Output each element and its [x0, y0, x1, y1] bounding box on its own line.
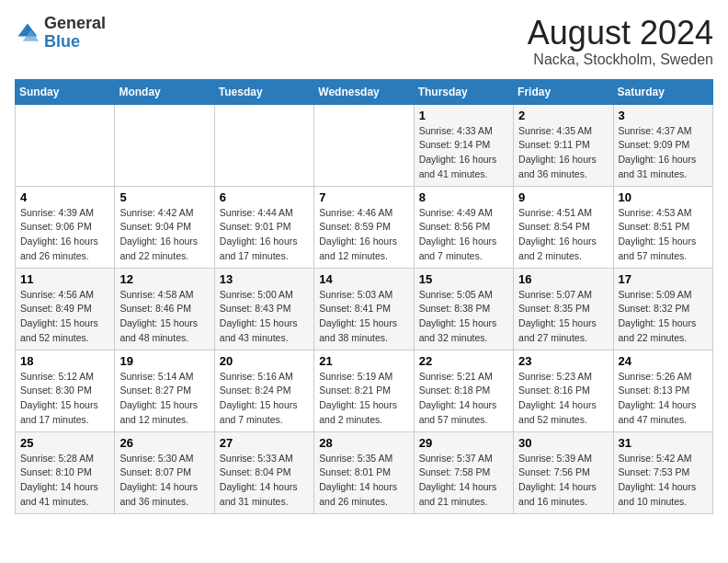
day-info: Sunrise: 4:49 AMSunset: 8:56 PMDaylight:…	[419, 206, 508, 264]
calendar-cell: 9Sunrise: 4:51 AMSunset: 8:54 PMDaylight…	[514, 186, 613, 268]
calendar-cell: 30Sunrise: 5:39 AMSunset: 7:56 PMDayligh…	[514, 431, 613, 513]
calendar-cell: 31Sunrise: 5:42 AMSunset: 7:53 PMDayligh…	[613, 431, 712, 513]
day-info: Sunrise: 5:00 AMSunset: 8:43 PMDaylight:…	[220, 288, 309, 346]
calendar-cell: 5Sunrise: 4:42 AMSunset: 9:04 PMDaylight…	[115, 186, 214, 268]
calendar-cell	[16, 104, 115, 186]
day-info: Sunrise: 5:09 AMSunset: 8:32 PMDaylight:…	[619, 288, 708, 346]
day-info: Sunrise: 5:23 AMSunset: 8:16 PMDaylight:…	[518, 370, 608, 428]
calendar-cell: 18Sunrise: 5:12 AMSunset: 8:30 PMDayligh…	[16, 350, 115, 431]
day-number: 26	[119, 436, 209, 450]
day-info: Sunrise: 5:35 AMSunset: 8:01 PMDaylight:…	[319, 452, 408, 510]
day-info: Sunrise: 5:42 AMSunset: 7:53 PMDaylight:…	[619, 452, 708, 510]
weekday-header-sunday: Sunday	[16, 79, 115, 104]
week-row-3: 11Sunrise: 4:56 AMSunset: 8:49 PMDayligh…	[16, 268, 713, 350]
day-info: Sunrise: 4:35 AMSunset: 9:11 PMDaylight:…	[518, 124, 608, 182]
day-number: 27	[220, 436, 309, 450]
day-info: Sunrise: 5:28 AMSunset: 8:10 PMDaylight:…	[20, 452, 109, 510]
calendar-cell: 28Sunrise: 5:35 AMSunset: 8:01 PMDayligh…	[314, 431, 414, 513]
day-number: 22	[419, 354, 508, 368]
day-number: 6	[220, 190, 309, 204]
day-info: Sunrise: 5:33 AMSunset: 8:04 PMDaylight:…	[220, 452, 309, 510]
day-info: Sunrise: 4:44 AMSunset: 9:01 PMDaylight:…	[220, 206, 309, 264]
day-number: 20	[220, 354, 309, 368]
day-info: Sunrise: 4:53 AMSunset: 8:51 PMDaylight:…	[619, 206, 708, 264]
calendar-table: SundayMondayTuesdayWednesdayThursdayFrid…	[15, 79, 713, 514]
weekday-header-thursday: Thursday	[414, 79, 513, 104]
day-info: Sunrise: 5:37 AMSunset: 7:58 PMDaylight:…	[419, 452, 508, 510]
calendar-cell: 11Sunrise: 4:56 AMSunset: 8:49 PMDayligh…	[16, 268, 115, 350]
week-row-4: 18Sunrise: 5:12 AMSunset: 8:30 PMDayligh…	[16, 350, 713, 431]
calendar-cell: 14Sunrise: 5:03 AMSunset: 8:41 PMDayligh…	[314, 268, 414, 350]
calendar-cell: 29Sunrise: 5:37 AMSunset: 7:58 PMDayligh…	[414, 431, 513, 513]
day-info: Sunrise: 4:46 AMSunset: 8:59 PMDaylight:…	[319, 206, 408, 264]
calendar-cell: 7Sunrise: 4:46 AMSunset: 8:59 PMDaylight…	[314, 186, 414, 268]
day-info: Sunrise: 5:19 AMSunset: 8:21 PMDaylight:…	[319, 370, 408, 428]
day-number: 7	[319, 190, 408, 204]
calendar-cell: 16Sunrise: 5:07 AMSunset: 8:35 PMDayligh…	[514, 268, 613, 350]
day-info: Sunrise: 4:33 AMSunset: 9:14 PMDaylight:…	[419, 124, 508, 182]
calendar-cell: 24Sunrise: 5:26 AMSunset: 8:13 PMDayligh…	[613, 350, 712, 431]
day-info: Sunrise: 5:12 AMSunset: 8:30 PMDaylight:…	[20, 370, 109, 428]
weekday-header-tuesday: Tuesday	[214, 79, 313, 104]
calendar-cell: 19Sunrise: 5:14 AMSunset: 8:27 PMDayligh…	[115, 350, 214, 431]
day-number: 1	[419, 109, 508, 122]
weekday-header-monday: Monday	[115, 79, 214, 104]
calendar-cell: 1Sunrise: 4:33 AMSunset: 9:14 PMDaylight…	[414, 104, 513, 186]
calendar-cell: 6Sunrise: 4:44 AMSunset: 9:01 PMDaylight…	[214, 186, 313, 268]
calendar-cell: 15Sunrise: 5:05 AMSunset: 8:38 PMDayligh…	[414, 268, 513, 350]
day-number: 8	[419, 190, 508, 204]
calendar-cell: 13Sunrise: 5:00 AMSunset: 8:43 PMDayligh…	[214, 268, 313, 350]
day-number: 24	[619, 354, 708, 368]
day-number: 10	[619, 190, 708, 204]
calendar-cell: 26Sunrise: 5:30 AMSunset: 8:07 PMDayligh…	[115, 431, 214, 513]
day-info: Sunrise: 4:51 AMSunset: 8:54 PMDaylight:…	[518, 206, 608, 264]
calendar-cell: 25Sunrise: 5:28 AMSunset: 8:10 PMDayligh…	[16, 431, 115, 513]
day-number: 21	[319, 354, 408, 368]
weekday-header-saturday: Saturday	[613, 79, 712, 104]
day-info: Sunrise: 5:07 AMSunset: 8:35 PMDaylight:…	[518, 288, 608, 346]
day-number: 12	[119, 272, 209, 286]
day-number: 15	[419, 272, 508, 286]
day-info: Sunrise: 5:39 AMSunset: 7:56 PMDaylight:…	[518, 452, 608, 510]
day-number: 25	[20, 436, 109, 450]
calendar-cell: 17Sunrise: 5:09 AMSunset: 8:32 PMDayligh…	[613, 268, 712, 350]
weekday-header-wednesday: Wednesday	[314, 79, 414, 104]
calendar-cell: 23Sunrise: 5:23 AMSunset: 8:16 PMDayligh…	[514, 350, 613, 431]
day-number: 3	[619, 109, 708, 122]
day-info: Sunrise: 5:26 AMSunset: 8:13 PMDaylight:…	[619, 370, 708, 428]
day-info: Sunrise: 5:16 AMSunset: 8:24 PMDaylight:…	[220, 370, 309, 428]
calendar-cell	[214, 104, 313, 186]
week-row-1: 1Sunrise: 4:33 AMSunset: 9:14 PMDaylight…	[16, 104, 713, 186]
calendar-cell: 10Sunrise: 4:53 AMSunset: 8:51 PMDayligh…	[613, 186, 712, 268]
day-number: 28	[319, 436, 408, 450]
day-info: Sunrise: 5:03 AMSunset: 8:41 PMDaylight:…	[319, 288, 408, 346]
calendar-cell: 8Sunrise: 4:49 AMSunset: 8:56 PMDaylight…	[414, 186, 513, 268]
day-info: Sunrise: 4:39 AMSunset: 9:06 PMDaylight:…	[20, 206, 109, 264]
day-number: 17	[619, 272, 708, 286]
calendar-cell: 27Sunrise: 5:33 AMSunset: 8:04 PMDayligh…	[214, 431, 313, 513]
calendar-cell: 2Sunrise: 4:35 AMSunset: 9:11 PMDaylight…	[514, 104, 613, 186]
day-number: 29	[419, 436, 508, 450]
day-number: 5	[119, 190, 209, 204]
weekday-header-friday: Friday	[514, 79, 613, 104]
calendar-body: 1Sunrise: 4:33 AMSunset: 9:14 PMDaylight…	[16, 104, 713, 513]
day-info: Sunrise: 4:58 AMSunset: 8:46 PMDaylight:…	[119, 288, 209, 346]
calendar-cell: 21Sunrise: 5:19 AMSunset: 8:21 PMDayligh…	[314, 350, 414, 431]
logo-icon	[15, 20, 40, 46]
header-row: SundayMondayTuesdayWednesdayThursdayFrid…	[16, 79, 713, 104]
page-subtitle: Nacka, Stockholm, Sweden	[528, 52, 713, 68]
day-number: 19	[119, 354, 209, 368]
calendar-cell: 12Sunrise: 4:58 AMSunset: 8:46 PMDayligh…	[115, 268, 214, 350]
logo-text: General Blue	[44, 15, 106, 52]
day-number: 30	[518, 436, 608, 450]
calendar-cell: 20Sunrise: 5:16 AMSunset: 8:24 PMDayligh…	[214, 350, 313, 431]
day-number: 31	[619, 436, 708, 450]
day-info: Sunrise: 5:14 AMSunset: 8:27 PMDaylight:…	[119, 370, 209, 428]
week-row-2: 4Sunrise: 4:39 AMSunset: 9:06 PMDaylight…	[16, 186, 713, 268]
day-info: Sunrise: 4:56 AMSunset: 8:49 PMDaylight:…	[20, 288, 109, 346]
calendar-cell: 4Sunrise: 4:39 AMSunset: 9:06 PMDaylight…	[16, 186, 115, 268]
day-info: Sunrise: 5:05 AMSunset: 8:38 PMDaylight:…	[419, 288, 508, 346]
day-info: Sunrise: 4:42 AMSunset: 9:04 PMDaylight:…	[119, 206, 209, 264]
day-number: 4	[20, 190, 109, 204]
day-number: 14	[319, 272, 408, 286]
